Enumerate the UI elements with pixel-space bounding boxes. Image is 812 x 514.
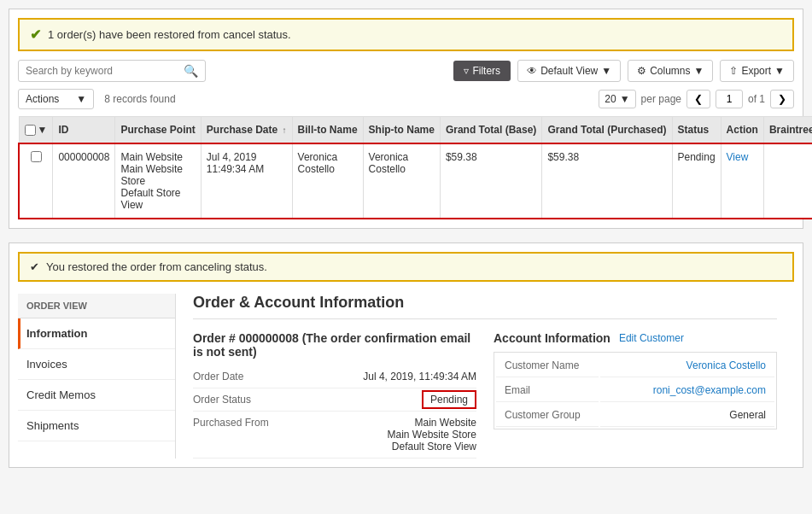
default-view-button[interactable]: 👁 Default View ▼	[517, 60, 621, 82]
check-icon: ✔	[30, 26, 41, 43]
export-button[interactable]: ⇧ Export ▼	[720, 60, 794, 82]
email-value: roni_cost@example.com	[600, 379, 774, 402]
order-section-title: Order # 000000008 (The order confirmatio…	[193, 331, 476, 359]
view-link[interactable]: View	[727, 151, 749, 163]
export-label: Export	[741, 65, 771, 77]
records-found: 8 records found	[104, 93, 175, 105]
purchased-from-row: Purchased From Main WebsiteMain Website …	[193, 412, 476, 459]
per-page-label: per page	[641, 93, 681, 105]
top-success-message: 1 order(s) have been restored from cance…	[48, 28, 291, 41]
master-checkbox-chevron: ▼	[38, 124, 48, 136]
filters-label: Filters	[472, 65, 500, 77]
chevron-down-icon2: ▼	[694, 65, 704, 77]
customer-name-row: Customer Name Veronica Costello	[496, 354, 774, 377]
col-braintree: Braintree Transaction Source	[763, 117, 812, 144]
cell-ship-to: VeronicaCostello	[363, 143, 440, 219]
eye-icon: 👁	[527, 65, 537, 77]
bottom-panel: ✔ You restored the order from canceling …	[9, 242, 803, 468]
next-page-button[interactable]: ❯	[770, 90, 794, 108]
bottom-success-banner: ✔ You restored the order from canceling …	[18, 252, 794, 282]
order-sidebar: ORDER VIEW Information Invoices Credit M…	[18, 294, 176, 459]
purchased-from-value: Main WebsiteMain Website StoreDefault St…	[304, 417, 476, 453]
check-icon-bottom: ✔	[30, 260, 39, 273]
actions-label: Actions	[26, 93, 59, 105]
email-row: Email roni_cost@example.com	[496, 379, 774, 402]
edit-customer-link[interactable]: Edit Customer	[619, 332, 684, 344]
actions-row: Actions ▼ 8 records found 20 ▼ per page …	[18, 89, 794, 109]
filter-icon: ▿	[464, 65, 469, 77]
order-date-row: Order Date Jul 4, 2019, 11:49:34 AM	[193, 365, 476, 388]
sidebar-header: ORDER VIEW	[18, 294, 175, 318]
select-all-header[interactable]: ▼	[19, 117, 53, 144]
row-checkbox[interactable]	[31, 151, 42, 162]
cell-status: Pending	[672, 143, 721, 219]
customer-name-label: Customer Name	[496, 354, 599, 377]
select-all-checkbox[interactable]	[25, 125, 36, 136]
cell-action[interactable]: View	[721, 143, 763, 219]
top-success-banner: ✔ 1 order(s) have been restored from can…	[18, 18, 794, 51]
sidebar-item-shipments-label: Shipments	[26, 419, 79, 432]
account-info-title: Account Information	[494, 331, 610, 345]
export-icon: ⇧	[729, 65, 738, 77]
sidebar-item-information-label: Information	[26, 327, 88, 340]
pagination: 20 ▼ per page ❮ of 1 ❯	[599, 90, 794, 108]
col-grand-total-purchased: Grand Total (Purchased)	[542, 117, 672, 144]
col-purchase-point: Purchase Point	[115, 117, 201, 144]
orders-table: ▼ ID Purchase Point Purchase Date ↑ Bill…	[18, 116, 812, 219]
order-info-section: Order # 000000008 (The order confirmatio…	[193, 331, 476, 459]
purchased-from-label: Purchased From	[193, 417, 304, 453]
actions-dropdown[interactable]: Actions ▼	[18, 89, 94, 109]
col-purchase-date[interactable]: Purchase Date ↑	[201, 117, 292, 144]
col-id: ID	[53, 117, 115, 144]
order-main: Order & Account Information Order # 0000…	[176, 294, 794, 459]
search-box[interactable]: 🔍	[18, 60, 206, 82]
cell-bill-to: VeronicaCostello	[292, 143, 363, 219]
row-checkbox-cell[interactable]	[19, 143, 53, 219]
sidebar-item-information[interactable]: Information	[18, 318, 175, 349]
actions-chevron-icon: ▼	[76, 93, 86, 105]
sidebar-item-invoices[interactable]: Invoices	[18, 349, 175, 380]
order-main-title: Order & Account Information	[193, 294, 777, 319]
toolbar-row: 🔍 ▿ Filters 👁 Default View ▼ ⚙ Columns ▼	[18, 60, 794, 82]
page-number-input[interactable]	[716, 90, 743, 108]
chevron-down-icon3: ▼	[774, 65, 785, 77]
cell-id: 000000008	[53, 143, 115, 219]
col-ship-to: Ship-to Name	[363, 117, 440, 144]
email-label: Email	[496, 379, 599, 402]
status-badge: Pending	[422, 390, 476, 409]
customer-name-value: Veronica Costello	[600, 354, 774, 377]
cell-purchase-date: Jul 4, 2019 11:49:34 AM	[201, 143, 292, 219]
prev-page-button[interactable]: ❮	[686, 90, 710, 108]
bottom-success-message: You restored the order from canceling st…	[46, 260, 267, 273]
page-total: of 1	[748, 93, 765, 105]
account-info-header: Account Information Edit Customer	[494, 331, 777, 345]
customer-group-label: Customer Group	[496, 404, 599, 427]
col-bill-to: Bill-to Name	[292, 117, 363, 144]
filters-button[interactable]: ▿ Filters	[453, 61, 511, 81]
columns-label: Columns	[650, 65, 690, 77]
order-date-label: Order Date	[193, 371, 304, 383]
toolbar-right: ▿ Filters 👁 Default View ▼ ⚙ Columns ▼ ⇧…	[453, 60, 794, 82]
order-date-value: Jul 4, 2019, 11:49:34 AM	[304, 371, 476, 383]
table-row: 000000008 Main WebsiteMain Website Store…	[19, 143, 812, 219]
order-content: ORDER VIEW Information Invoices Credit M…	[18, 294, 794, 459]
order-status-value: Pending	[304, 394, 476, 406]
sidebar-item-invoices-label: Invoices	[26, 358, 67, 371]
search-icon[interactable]: 🔍	[184, 64, 198, 78]
actions-left: Actions ▼ 8 records found	[18, 89, 176, 109]
default-view-label: Default View	[540, 65, 598, 77]
per-page-select[interactable]: 20 ▼	[599, 90, 635, 108]
col-grand-total-base: Grand Total (Base)	[440, 117, 541, 144]
per-page-value: 20	[605, 93, 616, 105]
order-status-row: Order Status Pending	[193, 388, 476, 412]
sidebar-item-shipments[interactable]: Shipments	[18, 411, 175, 441]
cell-grand-total-purchased: $59.38	[542, 143, 672, 219]
cell-braintree	[763, 143, 812, 219]
account-table: Customer Name Veronica Costello Email ro…	[494, 352, 777, 429]
col-action: Action	[721, 117, 763, 144]
customer-group-row: Customer Group General	[496, 404, 774, 427]
sidebar-item-credit-memos[interactable]: Credit Memos	[18, 380, 175, 411]
columns-button[interactable]: ⚙ Columns ▼	[628, 60, 713, 82]
search-input[interactable]	[26, 65, 184, 77]
customer-group-value: General	[600, 404, 774, 427]
